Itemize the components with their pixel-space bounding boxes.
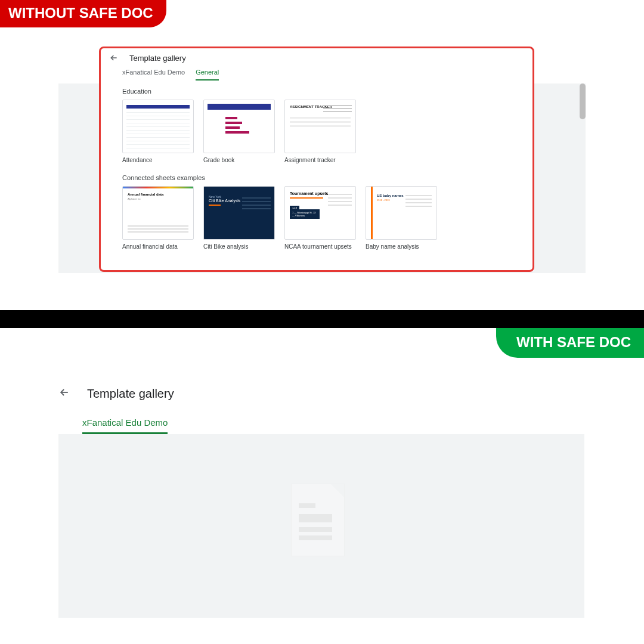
back-arrow-icon[interactable] bbox=[58, 386, 70, 401]
section-divider bbox=[0, 310, 644, 328]
back-arrow-icon[interactable] bbox=[109, 53, 119, 63]
scrollbar-thumb[interactable] bbox=[580, 83, 586, 119]
template-annual-financial[interactable]: Annual financial data Alphabet Inc Annua… bbox=[122, 186, 194, 250]
template-gradebook[interactable]: Grade book bbox=[203, 100, 275, 163]
template-thumb: ASSIGNMENT TRACKER bbox=[284, 100, 356, 153]
template-thumb bbox=[203, 100, 275, 153]
empty-template-area bbox=[58, 434, 584, 618]
template-baby-names[interactable]: US baby names 1910 - 2013 Baby name anal… bbox=[366, 186, 437, 250]
template-row-education: Attendance Grade book ASSIGNMENT TRACKER… bbox=[101, 100, 532, 167]
gallery-title: Template gallery bbox=[129, 54, 186, 63]
empty-document-icon bbox=[280, 478, 363, 574]
template-attendance[interactable]: Attendance bbox=[122, 100, 194, 163]
template-thumb: New York Citi Bike Analysis bbox=[203, 186, 275, 240]
template-assignment-tracker[interactable]: ASSIGNMENT TRACKER Assignment tracker bbox=[284, 100, 356, 163]
template-label: Attendance bbox=[122, 157, 194, 163]
template-row-connected: Annual financial data Alphabet Inc Annua… bbox=[101, 186, 532, 253]
gallery-header: Template gallery bbox=[58, 383, 584, 413]
category-education: Education bbox=[101, 80, 532, 100]
gallery-header: Template gallery bbox=[101, 48, 532, 65]
gallery-tabs: xFanatical Edu Demo bbox=[58, 413, 584, 434]
tab-org[interactable]: xFanatical Edu Demo bbox=[82, 417, 168, 434]
template-citi-bike[interactable]: New York Citi Bike Analysis Citi Bike an… bbox=[203, 186, 275, 250]
template-label: Annual financial data bbox=[122, 243, 194, 250]
tab-org[interactable]: xFanatical Edu Demo bbox=[122, 69, 185, 80]
template-ncaa[interactable]: Tournament upsets 1-10 1 — Mississippi S… bbox=[284, 186, 356, 250]
gallery-with-safe-doc: Template gallery xFanatical Edu Demo bbox=[58, 383, 584, 618]
gallery-title: Template gallery bbox=[87, 387, 174, 401]
template-label: NCAA tournament upsets bbox=[284, 243, 356, 250]
category-connected: Connected sheets examples bbox=[101, 167, 532, 186]
tab-general[interactable]: General bbox=[196, 69, 219, 80]
gallery-without-safe-doc: Template gallery xFanatical Edu Demo Gen… bbox=[99, 47, 534, 272]
template-thumb: Annual financial data Alphabet Inc bbox=[122, 186, 194, 240]
banner-with-safe-doc: WITH SAFE DOC bbox=[496, 328, 644, 358]
template-thumb bbox=[122, 100, 194, 153]
template-thumb: Tournament upsets 1-10 1 — Mississippi S… bbox=[284, 186, 356, 240]
gallery-tabs: xFanatical Edu Demo General bbox=[101, 65, 532, 80]
template-label: Citi Bike analysis bbox=[203, 243, 275, 250]
template-label: Grade book bbox=[203, 157, 275, 163]
template-label: Assignment tracker bbox=[284, 157, 356, 163]
template-thumb: US baby names 1910 - 2013 bbox=[366, 186, 437, 240]
banner-without-safe-doc: WITHOUT SAFE DOC bbox=[0, 0, 166, 27]
template-label: Baby name analysis bbox=[366, 243, 437, 250]
